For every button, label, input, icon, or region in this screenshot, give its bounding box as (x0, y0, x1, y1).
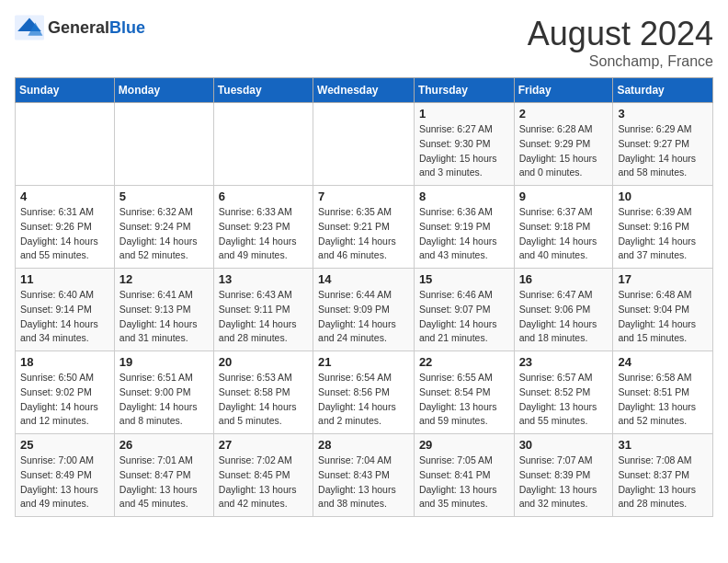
day-detail: Sunrise: 6:47 AM Sunset: 9:06 PM Dayligh… (519, 288, 609, 346)
subtitle: Sonchamp, France (528, 53, 713, 70)
calendar-cell: 12Sunrise: 6:41 AM Sunset: 9:13 PM Dayli… (114, 269, 213, 351)
calendar-cell: 29Sunrise: 7:05 AM Sunset: 8:41 PM Dayli… (414, 434, 514, 517)
main-title: August 2024 (528, 15, 713, 53)
calendar-week-row: 1Sunrise: 6:27 AM Sunset: 9:30 PM Daylig… (16, 103, 713, 186)
calendar-week-row: 25Sunrise: 7:00 AM Sunset: 8:49 PM Dayli… (16, 434, 713, 517)
calendar-cell: 10Sunrise: 6:39 AM Sunset: 9:16 PM Dayli… (613, 186, 713, 269)
weekday-header-wednesday: Wednesday (313, 78, 415, 103)
calendar-cell: 26Sunrise: 7:01 AM Sunset: 8:47 PM Dayli… (114, 434, 213, 517)
day-number: 20 (219, 355, 308, 369)
calendar-cell: 21Sunrise: 6:54 AM Sunset: 8:56 PM Dayli… (313, 351, 415, 434)
day-detail: Sunrise: 7:01 AM Sunset: 8:47 PM Dayligh… (119, 454, 209, 511)
calendar-cell: 28Sunrise: 7:04 AM Sunset: 8:43 PM Dayli… (313, 434, 415, 517)
weekday-header-saturday: Saturday (613, 78, 713, 103)
day-number: 11 (20, 272, 109, 286)
day-detail: Sunrise: 7:02 AM Sunset: 8:45 PM Dayligh… (219, 454, 308, 511)
calendar-cell: 9Sunrise: 6:37 AM Sunset: 9:18 PM Daylig… (514, 186, 613, 269)
day-number: 23 (519, 355, 609, 369)
calendar-cell: 3Sunrise: 6:29 AM Sunset: 9:27 PM Daylig… (613, 103, 713, 186)
day-number: 18 (20, 355, 109, 369)
calendar-cell: 13Sunrise: 6:43 AM Sunset: 9:11 PM Dayli… (213, 269, 313, 351)
day-detail: Sunrise: 6:33 AM Sunset: 9:23 PM Dayligh… (219, 205, 308, 263)
calendar-cell: 8Sunrise: 6:36 AM Sunset: 9:19 PM Daylig… (414, 186, 514, 269)
day-detail: Sunrise: 6:44 AM Sunset: 9:09 PM Dayligh… (318, 288, 409, 346)
day-detail: Sunrise: 6:43 AM Sunset: 9:11 PM Dayligh… (219, 288, 308, 346)
logo-blue: Blue (109, 18, 145, 37)
calendar-cell: 20Sunrise: 6:53 AM Sunset: 8:58 PM Dayli… (213, 351, 313, 434)
calendar-cell: 4Sunrise: 6:31 AM Sunset: 9:26 PM Daylig… (16, 186, 115, 269)
calendar-cell: 7Sunrise: 6:35 AM Sunset: 9:21 PM Daylig… (313, 186, 415, 269)
day-number: 21 (318, 355, 409, 369)
calendar-cell: 14Sunrise: 6:44 AM Sunset: 9:09 PM Dayli… (313, 269, 415, 351)
day-number: 12 (119, 272, 209, 286)
day-detail: Sunrise: 6:41 AM Sunset: 9:13 PM Dayligh… (119, 288, 209, 346)
day-number: 7 (318, 190, 409, 203)
logo: GeneralBlue (15, 15, 145, 40)
day-number: 28 (318, 438, 409, 452)
calendar-cell: 1Sunrise: 6:27 AM Sunset: 9:30 PM Daylig… (414, 103, 514, 186)
logo-icon (15, 15, 44, 40)
calendar-cell (114, 103, 213, 186)
calendar-week-row: 18Sunrise: 6:50 AM Sunset: 9:02 PM Dayli… (16, 351, 713, 434)
day-detail: Sunrise: 6:55 AM Sunset: 8:54 PM Dayligh… (419, 371, 509, 429)
calendar-cell: 30Sunrise: 7:07 AM Sunset: 8:39 PM Dayli… (514, 434, 613, 517)
calendar-cell: 27Sunrise: 7:02 AM Sunset: 8:45 PM Dayli… (213, 434, 313, 517)
calendar-cell: 24Sunrise: 6:58 AM Sunset: 8:51 PM Dayli… (613, 351, 713, 434)
day-detail: Sunrise: 6:28 AM Sunset: 9:29 PM Dayligh… (519, 122, 609, 180)
day-detail: Sunrise: 6:54 AM Sunset: 8:56 PM Dayligh… (318, 371, 409, 429)
calendar-cell: 25Sunrise: 7:00 AM Sunset: 8:49 PM Dayli… (16, 434, 115, 517)
day-detail: Sunrise: 6:39 AM Sunset: 9:16 PM Dayligh… (618, 205, 708, 263)
calendar-cell: 6Sunrise: 6:33 AM Sunset: 9:23 PM Daylig… (213, 186, 313, 269)
day-detail: Sunrise: 6:51 AM Sunset: 9:00 PM Dayligh… (119, 371, 209, 429)
day-detail: Sunrise: 6:32 AM Sunset: 9:24 PM Dayligh… (119, 205, 209, 263)
day-number: 26 (119, 438, 209, 452)
day-detail: Sunrise: 6:35 AM Sunset: 9:21 PM Dayligh… (318, 205, 409, 263)
day-detail: Sunrise: 6:40 AM Sunset: 9:14 PM Dayligh… (20, 288, 109, 346)
day-detail: Sunrise: 7:08 AM Sunset: 8:37 PM Dayligh… (618, 454, 708, 511)
calendar-cell: 22Sunrise: 6:55 AM Sunset: 8:54 PM Dayli… (414, 351, 514, 434)
calendar-week-row: 11Sunrise: 6:40 AM Sunset: 9:14 PM Dayli… (16, 269, 713, 351)
calendar-cell: 23Sunrise: 6:57 AM Sunset: 8:52 PM Dayli… (514, 351, 613, 434)
day-detail: Sunrise: 6:53 AM Sunset: 8:58 PM Dayligh… (219, 371, 308, 429)
day-detail: Sunrise: 7:04 AM Sunset: 8:43 PM Dayligh… (318, 454, 409, 511)
day-number: 31 (618, 438, 708, 452)
day-number: 30 (519, 438, 609, 452)
day-number: 24 (618, 355, 708, 369)
weekday-header-sunday: Sunday (16, 78, 115, 103)
weekday-header-thursday: Thursday (414, 78, 514, 103)
calendar-cell (213, 103, 313, 186)
day-number: 16 (519, 272, 609, 286)
day-number: 17 (618, 272, 708, 286)
day-detail: Sunrise: 6:50 AM Sunset: 9:02 PM Dayligh… (20, 371, 109, 429)
day-detail: Sunrise: 6:31 AM Sunset: 9:26 PM Dayligh… (20, 205, 109, 263)
calendar-cell: 15Sunrise: 6:46 AM Sunset: 9:07 PM Dayli… (414, 269, 514, 351)
day-detail: Sunrise: 6:48 AM Sunset: 9:04 PM Dayligh… (618, 288, 708, 346)
day-number: 25 (20, 438, 109, 452)
day-number: 10 (618, 190, 708, 203)
day-detail: Sunrise: 7:07 AM Sunset: 8:39 PM Dayligh… (519, 454, 609, 511)
calendar-cell: 16Sunrise: 6:47 AM Sunset: 9:06 PM Dayli… (514, 269, 613, 351)
calendar-cell: 17Sunrise: 6:48 AM Sunset: 9:04 PM Dayli… (613, 269, 713, 351)
calendar-cell (313, 103, 415, 186)
weekday-header-friday: Friday (514, 78, 613, 103)
day-detail: Sunrise: 6:27 AM Sunset: 9:30 PM Dayligh… (419, 122, 509, 180)
day-number: 27 (219, 438, 308, 452)
day-detail: Sunrise: 6:57 AM Sunset: 8:52 PM Dayligh… (519, 371, 609, 429)
calendar-cell: 19Sunrise: 6:51 AM Sunset: 9:00 PM Dayli… (114, 351, 213, 434)
weekday-header-tuesday: Tuesday (213, 78, 313, 103)
day-detail: Sunrise: 6:58 AM Sunset: 8:51 PM Dayligh… (618, 371, 708, 429)
day-number: 2 (519, 107, 609, 121)
day-detail: Sunrise: 6:37 AM Sunset: 9:18 PM Dayligh… (519, 205, 609, 263)
day-number: 15 (419, 272, 509, 286)
calendar-cell: 2Sunrise: 6:28 AM Sunset: 9:29 PM Daylig… (514, 103, 613, 186)
calendar-table: SundayMondayTuesdayWednesdayThursdayFrid… (15, 77, 713, 517)
weekday-header-row: SundayMondayTuesdayWednesdayThursdayFrid… (16, 78, 713, 103)
calendar-cell (16, 103, 115, 186)
calendar-cell: 18Sunrise: 6:50 AM Sunset: 9:02 PM Dayli… (16, 351, 115, 434)
day-number: 3 (618, 107, 708, 121)
day-number: 14 (318, 272, 409, 286)
day-detail: Sunrise: 6:29 AM Sunset: 9:27 PM Dayligh… (618, 122, 708, 180)
day-number: 22 (419, 355, 509, 369)
logo-general: General (48, 18, 109, 37)
day-number: 29 (419, 438, 509, 452)
